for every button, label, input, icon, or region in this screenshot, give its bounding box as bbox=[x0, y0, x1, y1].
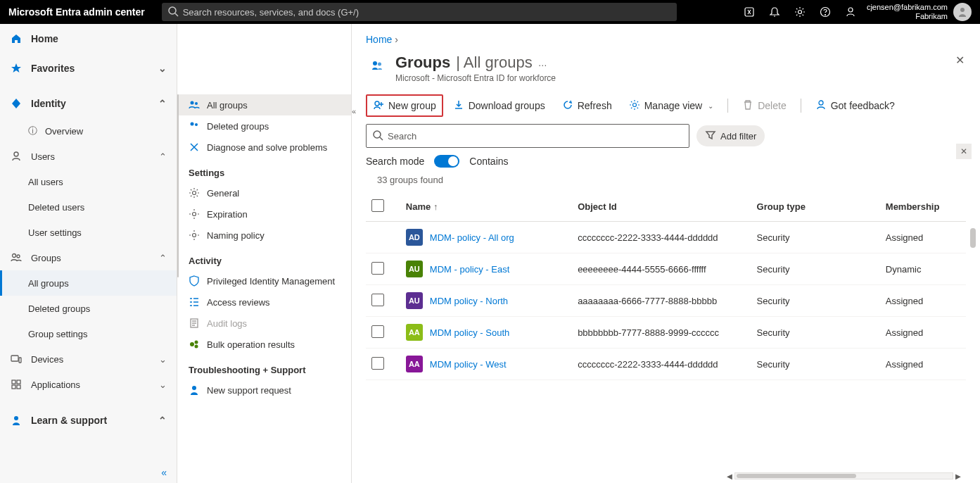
group-name-link[interactable]: MDM policy - West bbox=[430, 359, 507, 370]
subnav-naming-policy[interactable]: Naming policy bbox=[177, 225, 351, 246]
account-menu[interactable]: cjensen@fabrikam.com Fabrikam bbox=[867, 3, 972, 21]
table-row[interactable]: AUMDM policy - Northaaaaaaaa-6666-7777-8… bbox=[366, 285, 966, 317]
sidebar-groups[interactable]: Groups ⌃ bbox=[0, 245, 177, 270]
new-group-button[interactable]: New group bbox=[366, 94, 443, 117]
search-icon bbox=[372, 130, 383, 143]
more-button[interactable]: … bbox=[538, 58, 547, 68]
sidebar-favorites[interactable]: Favorites ⌄ bbox=[0, 54, 177, 83]
sidebar-deleted-users[interactable]: Deleted users bbox=[0, 194, 177, 220]
scroll-left-arrow[interactable]: ◄ bbox=[725, 471, 734, 482]
horizontal-scrollbar[interactable]: ◄ ► bbox=[725, 472, 963, 480]
row-checkbox[interactable] bbox=[371, 262, 384, 275]
membership-cell: Assigned bbox=[880, 222, 966, 253]
svg-point-27 bbox=[190, 342, 194, 346]
settings-icon[interactable] bbox=[789, 1, 810, 23]
download-groups-button[interactable]: Download groups bbox=[446, 94, 552, 117]
scroll-right-arrow[interactable]: ► bbox=[953, 471, 963, 482]
sidebar-group-settings[interactable]: Group settings bbox=[0, 321, 177, 346]
help-icon[interactable] bbox=[815, 1, 836, 23]
group-name-link[interactable]: MDM policy - South bbox=[430, 327, 509, 338]
refresh-button[interactable]: Refresh bbox=[555, 94, 619, 117]
subnav-expiration[interactable]: Expiration bbox=[177, 203, 351, 225]
sidebar-devices[interactable]: Devices ⌄ bbox=[0, 346, 177, 372]
manage-view-button[interactable]: Manage view ⌄ bbox=[622, 94, 721, 117]
close-blade-button[interactable]: ✕ bbox=[955, 54, 965, 67]
object-id-cell: cccccccc-2222-3333-4444-dddddd bbox=[572, 349, 751, 380]
svg-point-21 bbox=[191, 123, 194, 126]
scroll-track[interactable] bbox=[734, 472, 953, 479]
row-checkbox[interactable] bbox=[371, 357, 384, 370]
svg-point-32 bbox=[378, 63, 381, 66]
breadcrumb-home[interactable]: Home bbox=[366, 34, 392, 45]
svg-point-20 bbox=[195, 102, 198, 105]
sidebar-user-settings[interactable]: User settings bbox=[0, 220, 177, 245]
subnav-deleted-groups[interactable]: Deleted groups bbox=[177, 115, 351, 137]
table-row[interactable]: AUMDM - policy - Easteeeeeeee-4444-5555-… bbox=[366, 253, 966, 285]
bulk-icon bbox=[189, 339, 200, 350]
got-feedback-button[interactable]: Got feedback? bbox=[808, 94, 902, 117]
add-group-icon bbox=[373, 99, 384, 113]
feedback-icon[interactable] bbox=[840, 1, 861, 23]
col-object-id[interactable]: Object Id bbox=[572, 192, 751, 222]
star-icon bbox=[10, 63, 23, 74]
group-type-cell: Security bbox=[751, 285, 880, 317]
scroll-thumb[interactable] bbox=[737, 474, 856, 478]
sidebar-learn-support[interactable]: Learn & support ⌃ bbox=[0, 406, 177, 435]
col-name[interactable]: Name bbox=[400, 192, 572, 222]
subnav-access-reviews[interactable]: Access reviews bbox=[177, 291, 351, 313]
subnav-pim[interactable]: Privileged Identity Management bbox=[177, 270, 351, 291]
sidebar-overview[interactable]: ⓘ Overview bbox=[0, 118, 177, 144]
global-search[interactable]: Search resources, services, and docs (G+… bbox=[162, 3, 677, 21]
subnav-diagnose[interactable]: Diagnose and solve problems bbox=[177, 137, 351, 158]
sidebar-home[interactable]: Home bbox=[0, 24, 177, 54]
col-membership[interactable]: Membership bbox=[880, 192, 966, 222]
sidebar-all-groups[interactable]: All groups bbox=[0, 270, 177, 296]
table-row[interactable]: AAMDM policy - Southbbbbbbbb-7777-8888-9… bbox=[366, 317, 966, 349]
add-filter-button[interactable]: Add filter bbox=[696, 125, 765, 146]
chevron-up-icon: ⌃ bbox=[158, 98, 167, 109]
page-title: Groups bbox=[395, 54, 450, 72]
group-name-link[interactable]: MDM - policy - East bbox=[430, 264, 509, 275]
svg-point-33 bbox=[375, 101, 379, 106]
subnav-bulk-results[interactable]: Bulk operation results bbox=[177, 334, 351, 355]
svg-rect-12 bbox=[11, 356, 18, 361]
table-row[interactable]: ADMDM- policy - All orgcccccccc-2222-333… bbox=[366, 222, 966, 253]
info-icon: ⓘ bbox=[28, 125, 41, 137]
sidebar-users[interactable]: Users ⌃ bbox=[0, 144, 177, 169]
group-name-link[interactable]: MDM- policy - All org bbox=[430, 232, 514, 243]
result-count: 33 groups found bbox=[352, 172, 980, 188]
vertical-scrollbar-thumb[interactable] bbox=[970, 228, 976, 248]
copilot-icon[interactable] bbox=[739, 1, 760, 23]
sidebar-home-label: Home bbox=[31, 33, 58, 44]
subnav-new-support[interactable]: New support request bbox=[177, 380, 351, 401]
select-all-checkbox[interactable] bbox=[371, 199, 384, 212]
sidebar-collapse[interactable]: « bbox=[0, 462, 177, 483]
table-row[interactable]: AAMDM policy - Westcccccccc-2222-3333-44… bbox=[366, 349, 966, 380]
search-placeholder: Search bbox=[388, 131, 416, 142]
svg-point-9 bbox=[14, 152, 18, 156]
trash-icon bbox=[742, 99, 753, 113]
sidebar-deleted-groups[interactable]: Deleted groups bbox=[0, 296, 177, 321]
notifications-icon[interactable] bbox=[764, 1, 785, 23]
search-input[interactable]: Search bbox=[366, 124, 689, 148]
row-checkbox[interactable] bbox=[371, 294, 384, 306]
svg-rect-13 bbox=[19, 358, 21, 363]
group-badge: AU bbox=[406, 292, 423, 309]
col-group-type[interactable]: Group type bbox=[751, 192, 880, 222]
svg-point-0 bbox=[169, 7, 176, 14]
svg-rect-15 bbox=[17, 380, 20, 384]
subnav-heading-activity: Activity bbox=[177, 246, 351, 270]
row-checkbox[interactable] bbox=[371, 325, 384, 338]
group-name-link[interactable]: MDM policy - North bbox=[430, 296, 508, 306]
search-mode-toggle[interactable] bbox=[434, 155, 459, 168]
sidebar-identity[interactable]: Identity ⌃ bbox=[0, 89, 177, 118]
group-type-cell: Security bbox=[751, 349, 880, 380]
svg-point-34 bbox=[632, 103, 636, 106]
sidebar-all-users[interactable]: All users bbox=[0, 169, 177, 194]
dismiss-callout-button[interactable]: ✕ bbox=[956, 144, 972, 159]
sidebar-applications[interactable]: Applications ⌄ bbox=[0, 372, 177, 397]
subnav-general[interactable]: General bbox=[177, 182, 351, 203]
subnav-all-groups[interactable]: All groups bbox=[177, 94, 351, 115]
object-id-cell: cccccccc-2222-3333-4444-dddddd bbox=[572, 222, 751, 253]
sidebar-identity-label: Identity bbox=[31, 98, 66, 109]
